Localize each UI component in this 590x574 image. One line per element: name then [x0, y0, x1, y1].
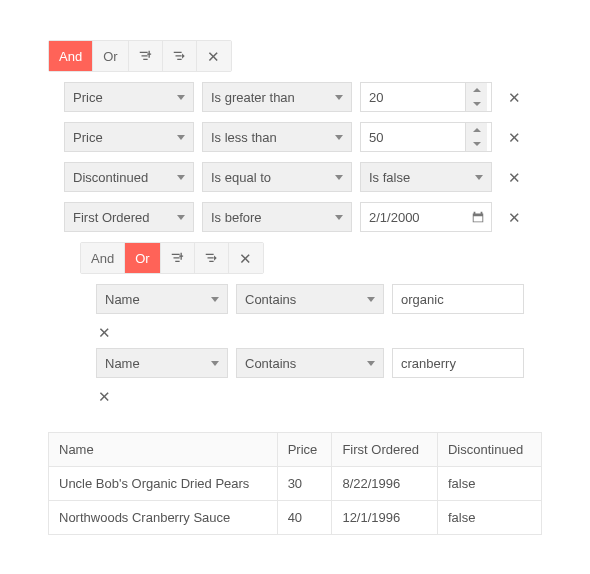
operator-label: Is less than [211, 130, 277, 145]
filter-group-icon [204, 251, 218, 265]
col-price[interactable]: Price [277, 433, 332, 467]
or-button[interactable]: Or [125, 243, 160, 273]
value-select[interactable]: Is false [360, 162, 492, 192]
remove-rule-button[interactable]: ✕ [500, 163, 528, 191]
rule-row: Discontinued Is equal to Is false ✕ [64, 162, 542, 192]
close-icon: ✕ [508, 130, 521, 145]
sub-group: And Or ✕ Name Contains [80, 242, 542, 408]
value-field[interactable] [361, 83, 465, 111]
field-label: Price [73, 90, 103, 105]
field-label: Name [105, 292, 140, 307]
close-icon: ✕ [508, 210, 521, 225]
chevron-down-icon [367, 297, 375, 302]
sub-rule: Name Contains ✕ [96, 284, 542, 344]
chevron-down-icon [177, 135, 185, 140]
operator-select[interactable]: Is greater than [202, 82, 352, 112]
rule-row: Name Contains [96, 284, 542, 314]
close-icon: ✕ [98, 389, 111, 404]
cell-price: 40 [277, 501, 332, 535]
remove-rule-button[interactable]: ✕ [500, 83, 528, 111]
spin-down-button[interactable] [466, 137, 487, 151]
cell-first-ordered: 8/22/1996 [332, 467, 438, 501]
chevron-down-icon [177, 175, 185, 180]
table-row: Uncle Bob's Organic Dried Pears 30 8/22/… [49, 467, 542, 501]
or-button[interactable]: Or [93, 41, 128, 71]
operator-select[interactable]: Is before [202, 202, 352, 232]
cell-name: Northwoods Cranberry Sauce [49, 501, 278, 535]
spin-down-button[interactable] [466, 97, 487, 111]
remove-rule-button[interactable]: ✕ [500, 203, 528, 231]
operator-select[interactable]: Contains [236, 348, 384, 378]
operator-label: Contains [245, 292, 296, 307]
operator-select[interactable]: Contains [236, 284, 384, 314]
calendar-icon [471, 210, 485, 224]
col-name[interactable]: Name [49, 433, 278, 467]
value-field[interactable] [392, 348, 524, 378]
cell-name: Uncle Bob's Organic Dried Pears [49, 467, 278, 501]
calendar-button[interactable] [465, 203, 491, 231]
field-label: Price [73, 130, 103, 145]
remove-rule-button[interactable]: ✕ [96, 384, 124, 408]
add-group-button[interactable] [163, 41, 197, 71]
results-table: Name Price First Ordered Discontinued Un… [48, 432, 542, 535]
field-select[interactable]: Name [96, 284, 228, 314]
rule-row: Price Is greater than ✕ [64, 82, 542, 112]
close-toolbar-button[interactable]: ✕ [229, 243, 263, 273]
spinner [465, 123, 487, 151]
add-expression-button[interactable] [161, 243, 195, 273]
root-toolbar: And Or ✕ [48, 40, 232, 72]
close-icon: ✕ [207, 49, 220, 64]
chevron-down-icon [211, 361, 219, 366]
chevron-down-icon [177, 215, 185, 220]
field-select[interactable]: First Ordered [64, 202, 194, 232]
field-select[interactable]: Price [64, 122, 194, 152]
sub-toolbar: And Or ✕ [80, 242, 264, 274]
number-input [360, 122, 492, 152]
operator-label: Contains [245, 356, 296, 371]
close-icon: ✕ [508, 170, 521, 185]
table-row: Northwoods Cranberry Sauce 40 12/1/1996 … [49, 501, 542, 535]
close-icon: ✕ [239, 251, 252, 266]
col-first-ordered[interactable]: First Ordered [332, 433, 438, 467]
chevron-down-icon [473, 102, 481, 106]
close-icon: ✕ [508, 90, 521, 105]
value-label: Is false [369, 170, 410, 185]
value-field[interactable] [392, 284, 524, 314]
table-header-row: Name Price First Ordered Discontinued [49, 433, 542, 467]
field-select[interactable]: Price [64, 82, 194, 112]
chevron-down-icon [335, 135, 343, 140]
chevron-down-icon [335, 215, 343, 220]
field-label: First Ordered [73, 210, 150, 225]
value-field[interactable] [361, 123, 465, 151]
and-button[interactable]: And [81, 243, 125, 273]
remove-rule-button[interactable]: ✕ [96, 320, 124, 344]
cell-discontinued: false [437, 501, 541, 535]
root-rules: Price Is greater than ✕ Price Is less th… [64, 82, 542, 408]
close-toolbar-button[interactable]: ✕ [197, 41, 231, 71]
date-input [360, 202, 492, 232]
operator-select[interactable]: Is equal to [202, 162, 352, 192]
spin-up-button[interactable] [466, 83, 487, 97]
field-select[interactable]: Discontinued [64, 162, 194, 192]
and-button[interactable]: And [49, 41, 93, 71]
chevron-down-icon [473, 142, 481, 146]
operator-label: Is greater than [211, 90, 295, 105]
add-expression-button[interactable] [129, 41, 163, 71]
field-label: Discontinued [73, 170, 148, 185]
spin-up-button[interactable] [466, 123, 487, 137]
cell-first-ordered: 12/1/1996 [332, 501, 438, 535]
sub-rule: Name Contains ✕ [96, 348, 542, 408]
field-label: Name [105, 356, 140, 371]
number-input [360, 82, 492, 112]
chevron-down-icon [335, 175, 343, 180]
operator-label: Is equal to [211, 170, 271, 185]
close-icon: ✕ [98, 325, 111, 340]
filter-add-icon [138, 49, 152, 63]
remove-rule-button[interactable]: ✕ [500, 123, 528, 151]
add-group-button[interactable] [195, 243, 229, 273]
operator-select[interactable]: Is less than [202, 122, 352, 152]
col-discontinued[interactable]: Discontinued [437, 433, 541, 467]
filter-group-icon [172, 49, 186, 63]
field-select[interactable]: Name [96, 348, 228, 378]
date-field[interactable] [361, 210, 465, 225]
